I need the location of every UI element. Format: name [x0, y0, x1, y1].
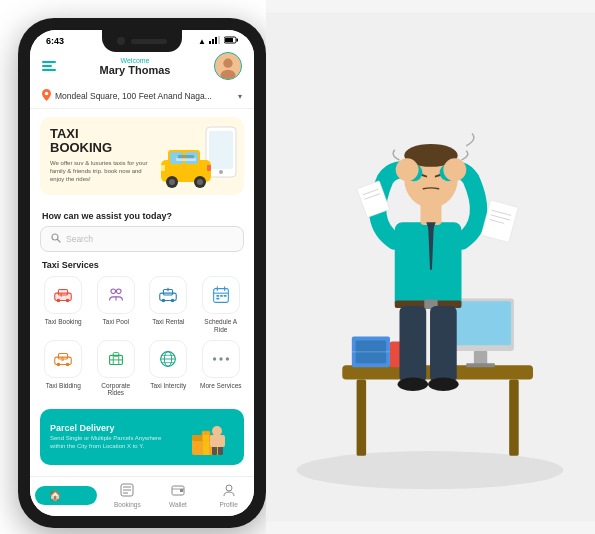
- svg-rect-51: [216, 298, 219, 300]
- svg-rect-95: [466, 363, 495, 367]
- svg-rect-91: [509, 380, 519, 456]
- service-taxi-pool[interactable]: Taxi Pool: [93, 276, 140, 334]
- bottom-navigation: 🏠 Home Bookings Wallet Prof: [30, 476, 254, 516]
- profile-icon: [222, 483, 236, 499]
- nav-home[interactable]: 🏠 Home: [35, 486, 96, 505]
- notch-speaker: [131, 39, 167, 44]
- nav-profile-label: Profile: [219, 501, 237, 508]
- banner-taxi-image: [156, 125, 244, 195]
- svg-rect-74: [203, 435, 209, 455]
- taxi-booking-label: Taxi Booking: [45, 318, 82, 326]
- svg-point-78: [212, 426, 222, 436]
- nav-wallet[interactable]: Wallet: [158, 483, 198, 508]
- svg-point-40: [162, 299, 166, 303]
- status-icons: ▲: [198, 36, 238, 46]
- svg-rect-1: [212, 39, 214, 44]
- svg-point-114: [398, 378, 429, 391]
- promo-banner: TAXIBOOKING We offer suv & luxuries taxi…: [40, 117, 244, 195]
- svg-rect-113: [430, 306, 457, 382]
- svg-rect-48: [216, 295, 219, 297]
- svg-point-35: [111, 289, 116, 294]
- header-center: Welcome Mary Thomas: [100, 57, 171, 76]
- battery-icon: [224, 36, 238, 46]
- nav-bookings-label: Bookings: [114, 501, 141, 508]
- svg-rect-3: [218, 36, 220, 44]
- screen-content[interactable]: TAXIBOOKING We offer suv & luxuries taxi…: [30, 109, 254, 476]
- svg-rect-2: [215, 37, 217, 44]
- parcel-text-block: Parcel Delivery Send Single or Multiple …: [50, 423, 176, 451]
- taxi-bidding-label: Taxi Bidding: [46, 382, 81, 390]
- svg-point-13: [219, 170, 223, 174]
- wallet-icon: [171, 483, 185, 499]
- svg-rect-112: [400, 306, 427, 382]
- parcel-icon: [184, 417, 234, 457]
- svg-point-31: [57, 299, 61, 303]
- svg-point-21: [197, 179, 203, 185]
- svg-rect-0: [209, 41, 211, 44]
- service-taxi-bidding[interactable]: $ Taxi Bidding: [40, 340, 87, 398]
- svg-point-115: [428, 378, 459, 391]
- service-schedule-ride[interactable]: Schedule A Ride: [198, 276, 245, 334]
- svg-rect-90: [357, 380, 367, 456]
- search-icon: [51, 233, 61, 245]
- svg-rect-49: [220, 295, 223, 297]
- svg-rect-77: [210, 435, 225, 447]
- app-header: Welcome Mary Thomas: [30, 48, 254, 86]
- svg-point-106: [396, 158, 419, 181]
- nav-wallet-label: Wallet: [169, 501, 187, 508]
- schedule-ride-icon-box: [202, 276, 240, 314]
- svg-point-86: [226, 485, 232, 491]
- svg-point-88: [297, 451, 564, 489]
- svg-point-55: [66, 362, 70, 366]
- service-taxi-booking[interactable]: Taxi Booking: [40, 276, 87, 334]
- location-dropdown-icon: ▾: [238, 92, 242, 101]
- taxi-pool-label: Taxi Pool: [103, 318, 129, 326]
- parcel-delivery-banner[interactable]: Parcel Delivery Send Single or Multiple …: [40, 409, 244, 465]
- schedule-ride-label: Schedule A Ride: [198, 318, 245, 334]
- signal-icon: [209, 36, 221, 46]
- more-services-icon-box: [202, 340, 240, 378]
- location-bar[interactable]: Mondeal Square, 100 Feet Anand Naga... ▾: [30, 86, 254, 109]
- service-more[interactable]: More Services: [198, 340, 245, 398]
- service-taxi-intercity[interactable]: Taxi Intercity: [145, 340, 192, 398]
- nav-home-label: Home: [65, 492, 82, 499]
- taxi-pool-icon-box: [97, 276, 135, 314]
- nav-profile[interactable]: Profile: [209, 483, 249, 508]
- svg-line-27: [58, 240, 61, 243]
- hamburger-menu[interactable]: [42, 61, 56, 71]
- assist-section-title: How can we assist you today?: [30, 203, 254, 226]
- nav-home-active-bg: 🏠 Home: [35, 486, 96, 505]
- service-taxi-rental[interactable]: Taxi Rental: [145, 276, 192, 334]
- svg-point-69: [226, 357, 229, 360]
- svg-point-68: [219, 357, 222, 360]
- svg-rect-5: [225, 38, 233, 42]
- services-grid: Taxi Booking Taxi Pool: [30, 276, 254, 405]
- taxi-bidding-icon-box: $: [44, 340, 82, 378]
- service-corporate-rides[interactable]: Corporate Rides: [93, 340, 140, 398]
- notch-camera: [117, 37, 125, 45]
- location-pin-icon: [42, 89, 51, 103]
- svg-rect-84: [180, 489, 183, 492]
- nav-bookings[interactable]: Bookings: [107, 483, 147, 508]
- bookings-icon: [120, 483, 134, 499]
- svg-rect-12: [209, 131, 233, 169]
- location-text: Mondeal Square, 100 Feet Anand Naga...: [55, 91, 234, 101]
- svg-point-41: [171, 299, 175, 303]
- svg-rect-50: [224, 295, 227, 297]
- phone-mockup: 6:43 ▲ Welcome Mary Thomas: [18, 18, 266, 528]
- taxi-services-title: Taxi Services: [30, 252, 254, 276]
- avatar[interactable]: [214, 52, 242, 80]
- parcel-title: Parcel Delivery: [50, 423, 176, 433]
- svg-point-107: [443, 158, 466, 181]
- wifi-icon: ▲: [198, 37, 206, 46]
- search-placeholder: Search: [66, 234, 93, 244]
- user-name: Mary Thomas: [100, 64, 171, 76]
- search-bar[interactable]: Search: [40, 226, 244, 252]
- corporate-rides-label: Corporate Rides: [93, 382, 140, 398]
- svg-point-19: [169, 179, 175, 185]
- taxi-intercity-icon-box: [149, 340, 187, 378]
- welcome-label: Welcome: [100, 57, 171, 64]
- banner-subtitle: We offer suv & luxuries taxis for your f…: [50, 159, 150, 184]
- taxi-rental-label: Taxi Rental: [152, 318, 184, 326]
- home-icon: 🏠: [49, 490, 61, 501]
